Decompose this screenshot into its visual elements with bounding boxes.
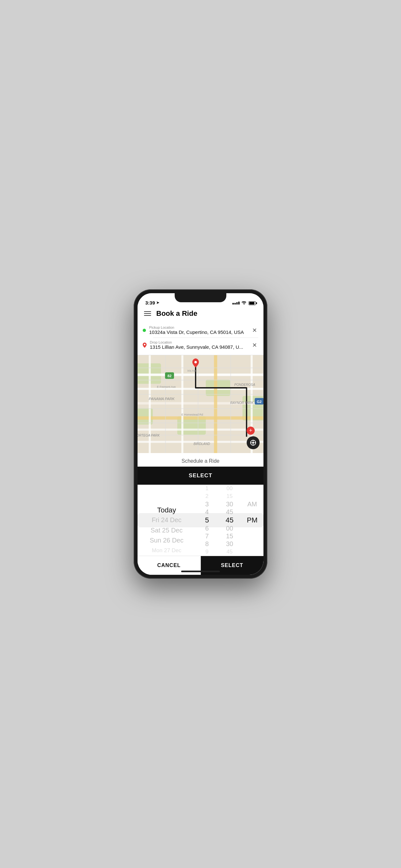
picker-date-item[interactable]: Sun 26 Dec [137, 535, 196, 546]
svg-rect-20 [137, 408, 264, 409]
picker-min-item[interactable]: 30 [218, 500, 241, 508]
picker-date-item[interactable]: Mon 27 Dec [137, 546, 196, 556]
picker-date-item[interactable] [137, 495, 196, 505]
picker-date-item[interactable]: Fri 24 Dec [137, 515, 196, 525]
pickup-value: 10324a Vista Dr, Cupertino, CA 95014, US… [149, 330, 248, 335]
location-button[interactable] [247, 436, 259, 449]
svg-rect-9 [137, 416, 264, 420]
picker-ampm-item[interactable] [241, 532, 264, 540]
svg-text:Iris Ave: Iris Ave [188, 369, 197, 372]
svg-rect-14 [214, 355, 217, 453]
time-display: 3:39 [145, 300, 155, 306]
datetime-picker[interactable]: Today Fri 24 Dec Sat 25 Dec Sun 26 Dec M… [137, 485, 264, 556]
phone-frame: 3:39 ➤ [134, 289, 267, 579]
picker-hour-item[interactable]: 9 [196, 548, 218, 556]
map-container[interactable]: 82 G2 PANAMA PARK PONDEROSA ORTEGA PARK … [137, 355, 264, 453]
picker-ampm-item[interactable] [241, 524, 264, 532]
hour-picker-column[interactable]: 1 2 3 4 5 6 7 8 9 [196, 485, 218, 556]
picker-ampm-item[interactable] [241, 548, 264, 556]
pickup-row: Pickup Location 10324a Vista Dr, Cuperti… [143, 324, 258, 336]
svg-point-44 [252, 442, 254, 444]
picker-min-item[interactable]: 15 [218, 492, 241, 500]
status-time: 3:39 ➤ [145, 300, 159, 306]
drop-label: Drop Location [150, 340, 248, 344]
location-bar: Pickup Location 10324a Vista Dr, Cuperti… [137, 321, 264, 355]
date-picker-column[interactable]: Today Fri 24 Dec Sat 25 Dec Sun 26 Dec M… [137, 485, 196, 556]
battery-icon [249, 301, 256, 305]
svg-text:G2: G2 [257, 400, 261, 404]
notch [175, 293, 226, 302]
wifi-icon [242, 301, 247, 306]
picker-hour-item[interactable]: 7 [196, 532, 218, 540]
pickup-dot-icon [143, 329, 146, 332]
drop-pin-icon [143, 343, 147, 348]
svg-rect-25 [197, 355, 198, 453]
svg-text:PANAMA PARK: PANAMA PARK [149, 397, 175, 401]
svg-text:+: + [249, 427, 252, 434]
picker-hour-item[interactable]: 3 [196, 500, 218, 508]
drop-row: Drop Location 1315 Lillian Ave, Sunnyval… [143, 339, 258, 351]
home-indicator [181, 570, 220, 572]
select-top-button[interactable]: SELECT [137, 467, 264, 485]
picker-hour-item[interactable]: 4 [196, 508, 218, 516]
ampm-picker-column[interactable]: AM PM [241, 485, 264, 556]
picker-min-item[interactable]: 15 [218, 532, 241, 540]
svg-rect-13 [181, 355, 183, 453]
svg-rect-6 [137, 374, 264, 376]
picker-hour-item[interactable]: 1 [196, 485, 218, 492]
location-divider [153, 337, 258, 338]
picker-hour-item[interactable]: 2 [196, 492, 218, 500]
drop-clear-button[interactable]: ✕ [251, 342, 258, 349]
picker-min-item[interactable]: 00 [218, 485, 241, 492]
svg-text:ORTEGA PARK: ORTEGA PARK [137, 434, 160, 438]
svg-rect-17 [137, 368, 264, 368]
svg-rect-21 [137, 423, 264, 423]
svg-text:82: 82 [167, 374, 172, 378]
picker-min-selected[interactable]: 45 [218, 516, 241, 524]
minute-picker-column[interactable]: 00 15 30 45 45 00 15 30 45 [218, 485, 241, 556]
svg-point-40 [194, 361, 197, 364]
picker-ampm-item[interactable] [241, 508, 264, 516]
location-arrow-icon: ➤ [156, 301, 159, 305]
app-content: Book a Ride Pickup Location 10324a Vista… [137, 293, 264, 575]
picker-date-item[interactable]: Sat 25 Dec [137, 525, 196, 535]
picker-date-item[interactable] [137, 485, 196, 495]
sheet-title: Schedule a Ride [137, 453, 264, 467]
picker-min-item[interactable]: 00 [218, 524, 241, 532]
bottom-sheet: Schedule a Ride SELECT Today Fri 24 Dec … [137, 453, 264, 575]
picker-pm-selected[interactable]: PM [241, 516, 264, 524]
picker-min-item[interactable]: 30 [218, 540, 241, 548]
svg-text:E Homestead Rd: E Homestead Rd [181, 413, 203, 416]
svg-rect-19 [137, 394, 264, 395]
drop-value: 1315 Lillian Ave, Sunnyvale, CA 94087, U… [150, 344, 248, 350]
status-icons [233, 301, 256, 306]
phone-screen: 3:39 ➤ [137, 293, 264, 575]
pickup-clear-button[interactable]: ✕ [251, 327, 258, 334]
picker-hour-selected[interactable]: 5 [196, 516, 218, 524]
picker-hour-item[interactable]: 6 [196, 524, 218, 532]
picker-ampm-item[interactable] [241, 492, 264, 500]
signal-icon [233, 302, 240, 305]
menu-button[interactable] [144, 311, 151, 316]
picker-ampm-item[interactable] [241, 485, 264, 492]
svg-text:RAYNOR PARK: RAYNOR PARK [230, 401, 254, 405]
svg-rect-10 [137, 429, 264, 430]
map-background: 82 G2 PANAMA PARK PONDEROSA ORTEGA PARK … [137, 355, 264, 453]
svg-rect-24 [165, 355, 166, 453]
picker-am-item[interactable]: AM [241, 500, 264, 508]
svg-text:E Fremont Ave: E Fremont Ave [157, 385, 176, 389]
picker-ampm-item[interactable] [241, 540, 264, 548]
svg-rect-12 [149, 355, 151, 453]
picker-hour-item[interactable]: 8 [196, 540, 218, 548]
page-title: Book a Ride [156, 309, 197, 318]
svg-text:PONDEROSA: PONDEROSA [235, 383, 255, 386]
picker-min-item[interactable]: 45 [218, 508, 241, 516]
svg-text:BIRDLAND: BIRDLAND [194, 442, 210, 445]
picker-date-selected[interactable]: Today [137, 505, 196, 515]
svg-rect-18 [137, 380, 264, 381]
picker-min-item[interactable]: 45 [218, 548, 241, 556]
map-svg: 82 G2 PANAMA PARK PONDEROSA ORTEGA PARK … [137, 355, 264, 453]
pickup-label: Pickup Location [149, 326, 248, 330]
